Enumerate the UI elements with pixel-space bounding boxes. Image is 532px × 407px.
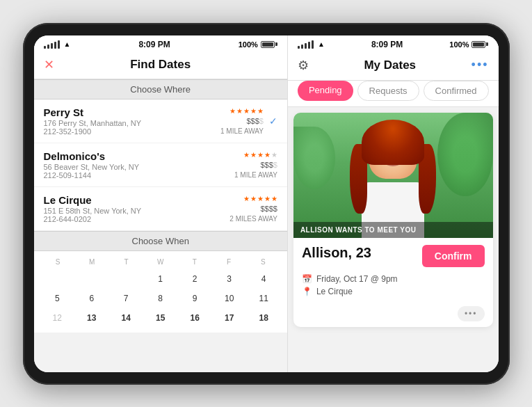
right-title: My Dates [364,58,416,72]
tablet-device: ▲ 8:09 PM 100% ✕ Find Dates Choose Wher [23,23,510,385]
cal-cell[interactable]: 8 [152,289,170,308]
cal-cell[interactable]: 17 [220,309,239,327]
venue-stars-delmonicos: ★★★★★ [243,151,277,159]
date-card: ALLISON WANTS TO MEET YOU Allison, 23 Co… [293,113,493,327]
right-battery-area: 100% [449,40,488,49]
right-signal: ▲ [298,40,325,49]
cal-cell[interactable]: 11 [255,289,273,308]
venue-distance-lecirque: 2 MILES AWAY [229,215,277,223]
cal-cell[interactable]: 1 [152,270,170,288]
cal-cell[interactable]: 3 [220,270,239,288]
right-time: 8:09 PM [371,40,403,49]
calendar: S M T W T F S 1 2 3 4 5 6 [34,251,287,333]
more-dots-row: ••• [293,306,493,327]
venue-name-perry: Perry St [44,106,221,118]
right-panel: ▲ 8:09 PM 100% ⚙ My Dates ••• [288,35,499,372]
confirm-button[interactable]: Confirm [422,245,485,267]
more-options-icon[interactable]: ••• [471,58,489,72]
venue-name-delmonicos: Delmonico's [44,150,235,162]
cal-cell[interactable]: 18 [255,309,273,327]
venue-price-lecirque: $$$$ [260,205,277,213]
person-silhouette [344,116,442,238]
calendar-grid: 1 2 3 4 5 6 7 8 9 10 11 12 13 14 15 16 1 [41,270,280,327]
cal-cell[interactable]: 13 [83,309,101,327]
left-panel: ▲ 8:09 PM 100% ✕ Find Dates Choose Wher [34,35,288,372]
card-body: Allison, 23 Confirm [293,238,493,274]
venue-item-lecirque[interactable]: Le Cirque 151 E 58th St, New York, NY 21… [34,187,287,231]
right-wifi-icon: ▲ [318,40,325,48]
right-signal-dots [298,40,314,49]
photo-overlay-text: ALLISON WANTS TO MEET YOU [293,222,493,238]
cal-cell[interactable]: 15 [152,309,170,327]
venue-price-perry: $$$$ [246,117,263,125]
date-time-row: 📅 Friday, Oct 17 @ 9pm [302,274,485,284]
venue-row: 📍 Le Cirque [302,287,485,296]
close-button[interactable]: ✕ [44,57,54,72]
cal-cell[interactable]: 5 [48,289,66,308]
venue-text: Le Cirque [316,287,353,296]
location-icon: 📍 [302,287,312,296]
right-battery-percent: 100% [449,40,469,49]
gear-icon[interactable]: ⚙ [298,58,309,73]
calendar-day-labels: S M T W T F S [41,257,280,267]
venue-stars-perry: ★★★★★ [229,107,264,115]
tab-confirmed[interactable]: Confirmed [424,81,489,101]
more-options-button[interactable]: ••• [458,306,485,321]
profile-photo: ALLISON WANTS TO MEET YOU [293,113,493,238]
cal-cell[interactable]: 14 [117,309,135,327]
cal-cell[interactable] [83,270,101,288]
signal-dots [44,40,60,49]
cal-cell[interactable]: 7 [117,289,135,308]
cal-cell[interactable]: 2 [186,270,204,288]
cal-cell[interactable]: 16 [186,309,204,327]
venue-price-delmonicos: $$$$ [260,161,277,169]
tablet-screen: ▲ 8:09 PM 100% ✕ Find Dates Choose Wher [34,35,499,372]
tabs-bar: Pending Requests Confirmed [288,81,499,107]
person-name: Allison, 23 [302,245,371,261]
venue-address-perry: 176 Perry St, Manhattan, NY 212-352-1900 [44,119,221,136]
venue-address-lecirque: 151 E 58th St, New York, NY 212-644-0202 [44,207,230,223]
choose-when-header: Choose When [34,231,287,251]
right-status-bar: ▲ 8:09 PM 100% [288,35,499,52]
right-header: ⚙ My Dates ••• [288,52,499,81]
left-time: 8:09 PM [138,40,170,49]
venue-distance-perry: 1 MILE AWAY [220,127,264,135]
leaf-decoration-1 [437,113,493,196]
right-battery-icon [471,41,488,48]
left-header: ✕ Find Dates [34,52,287,79]
venue-address-delmonicos: 56 Beaver St, New York, NY 212-509-1144 [44,163,235,179]
venue-stars-lecirque: ★★★★★ [243,195,277,202]
venue-item-perry[interactable]: Perry St 176 Perry St, Manhattan, NY 212… [34,99,287,143]
date-details: 📅 Friday, Oct 17 @ 9pm 📍 Le Cirque [293,274,493,306]
choose-where-header: Choose Where [34,79,287,99]
cal-cell[interactable]: 9 [186,289,204,308]
venue-selected-checkmark: ✓ [269,115,277,127]
venue-item-delmonicos[interactable]: Delmonico's 56 Beaver St, New York, NY 2… [34,143,287,187]
cal-cell[interactable]: 12 [48,309,66,327]
hair-top [362,120,424,165]
left-battery-area: 100% [239,40,277,49]
leaf-decoration-2 [293,127,335,189]
left-battery-percent: 100% [239,40,258,49]
venue-list: Perry St 176 Perry St, Manhattan, NY 212… [34,99,287,231]
date-time-text: Friday, Oct 17 @ 9pm [316,274,398,284]
cal-cell[interactable]: 4 [255,270,273,288]
calendar-icon: 📅 [302,274,312,284]
venue-name-lecirque: Le Cirque [44,194,230,206]
tab-pending[interactable]: Pending [298,81,353,101]
venue-distance-delmonicos: 1 MILE AWAY [234,171,277,179]
left-title: Find Dates [130,58,191,72]
tab-requests[interactable]: Requests [357,81,419,101]
cal-cell[interactable]: 6 [83,289,101,308]
left-status-bar: ▲ 8:09 PM 100% [34,35,287,52]
cal-cell[interactable] [117,270,135,288]
cal-cell[interactable]: 10 [220,289,239,308]
wifi-icon: ▲ [64,40,71,48]
left-battery-icon [261,41,277,48]
cal-cell[interactable] [48,270,66,288]
left-signal: ▲ [44,40,71,49]
